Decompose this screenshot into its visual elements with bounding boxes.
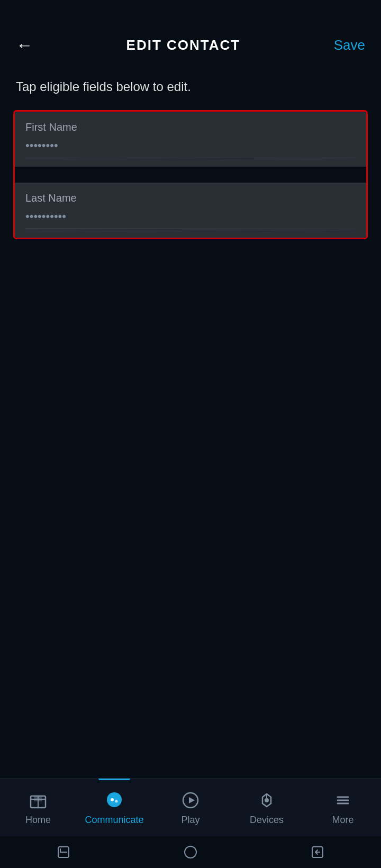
communicate-label: Communicate	[85, 815, 143, 826]
home-label: Home	[25, 815, 51, 826]
svg-point-4	[107, 792, 122, 807]
bottom-navigation: Home Communicate Play	[0, 778, 381, 836]
more-icon	[332, 789, 354, 811]
first-name-divider	[25, 158, 356, 158]
svg-point-15	[185, 846, 196, 858]
devices-icon	[256, 789, 278, 811]
svg-point-5	[111, 798, 114, 801]
first-name-label: First Name	[25, 121, 356, 133]
nav-item-more[interactable]: More	[305, 779, 381, 836]
last-name-label: Last Name	[25, 192, 356, 204]
save-button[interactable]: Save	[334, 37, 365, 53]
field-spacer	[15, 167, 366, 183]
system-navigation	[0, 836, 381, 868]
header: ← EDIT CONTACT Save	[0, 0, 381, 69]
svg-marker-8	[189, 797, 195, 803]
last-name-divider	[25, 229, 356, 229]
nav-item-play[interactable]: Play	[152, 779, 229, 836]
instruction-text: Tap eligible fields below to edit.	[0, 69, 381, 105]
active-indicator	[98, 779, 130, 780]
last-name-field[interactable]: Last Name ••••••••••	[15, 183, 366, 238]
recent-apps-button[interactable]	[53, 842, 74, 863]
edit-fields-container: First Name •••••••• Last Name ••••••••••	[13, 110, 368, 239]
system-home-button[interactable]	[180, 842, 201, 863]
nav-item-devices[interactable]: Devices	[229, 779, 305, 836]
nav-item-home[interactable]: Home	[0, 779, 76, 836]
play-label: Play	[181, 815, 199, 826]
nav-item-communicate[interactable]: Communicate	[76, 779, 152, 836]
home-icon	[27, 789, 49, 811]
page-title: EDIT CONTACT	[126, 37, 241, 53]
svg-point-6	[115, 800, 118, 803]
back-button[interactable]: ←	[16, 37, 33, 53]
play-icon	[179, 789, 202, 811]
first-name-field[interactable]: First Name ••••••••	[15, 112, 366, 167]
first-name-value[interactable]: ••••••••	[25, 139, 356, 158]
more-label: More	[332, 815, 353, 826]
communicate-icon	[103, 789, 125, 811]
devices-label: Devices	[250, 815, 284, 826]
last-name-value[interactable]: ••••••••••	[25, 210, 356, 229]
system-back-button[interactable]	[307, 842, 328, 863]
svg-point-9	[265, 798, 269, 802]
